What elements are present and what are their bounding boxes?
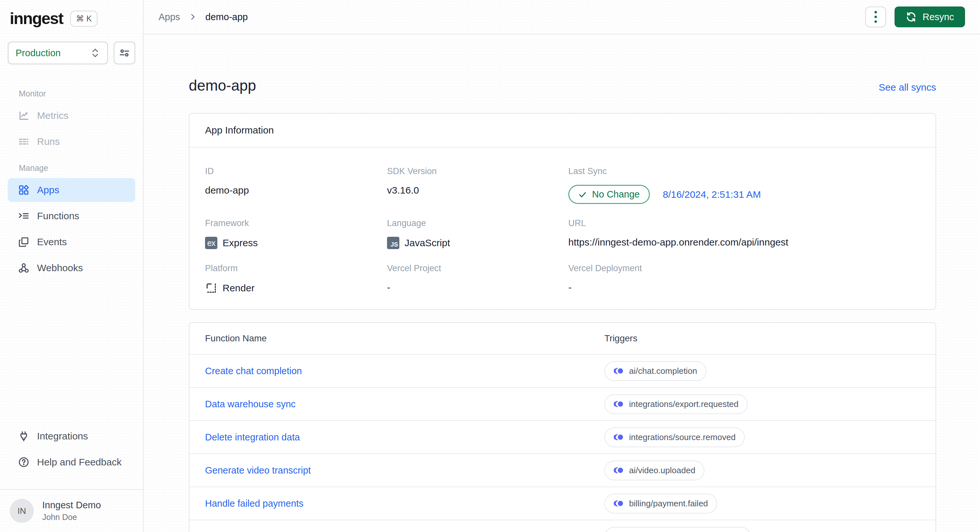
sidebar-footer: Integrations Help and Feedback bbox=[0, 424, 143, 481]
page-title: demo-app bbox=[189, 77, 256, 94]
sliders-icon bbox=[119, 48, 130, 59]
field-value: demo-app bbox=[205, 185, 387, 196]
field-language: Language JS JavaScript bbox=[387, 218, 568, 249]
resync-label: Resync bbox=[923, 12, 954, 22]
trigger-pill[interactable]: billing/payment.failed bbox=[605, 494, 717, 513]
sidebar-item-label: Help and Feedback bbox=[37, 457, 121, 468]
trigger-label: integrations/export.requested bbox=[629, 399, 738, 409]
function-link[interactable]: Create chat completion bbox=[205, 366, 605, 376]
breadcrumb-current: demo-app bbox=[205, 12, 248, 22]
no-change-badge: No Change bbox=[568, 185, 650, 204]
environment-selector-value: Production bbox=[16, 48, 61, 59]
chevron-right-icon bbox=[188, 13, 197, 21]
trigger-label: billing/payment.failed bbox=[629, 499, 708, 509]
trigger-label: ai/video.uploaded bbox=[629, 465, 695, 475]
inngest-logo: inngest bbox=[10, 9, 63, 28]
field-value: - bbox=[387, 282, 568, 293]
field-last-sync: Last Sync No Change 8/16/2024, 2:51:31 A… bbox=[568, 166, 920, 204]
field-vercel-project: Vercel Project - bbox=[387, 264, 568, 294]
field-url: URL https://inngest-demo-app.onrender.co… bbox=[568, 218, 920, 249]
field-id: ID demo-app bbox=[205, 166, 387, 204]
functions-table-card: Function Name Triggers Create chat compl… bbox=[189, 322, 936, 532]
table-row: Generate video transcript ai/video.uploa… bbox=[189, 453, 935, 486]
field-label: Last Sync bbox=[568, 166, 920, 176]
sidebar: inngest ⌘ K Production Monitor bbox=[0, 0, 144, 532]
trigger-pill[interactable]: ai/video.uploaded bbox=[605, 461, 705, 480]
javascript-icon: JS bbox=[387, 237, 399, 249]
sidebar-item-functions[interactable]: Functions bbox=[8, 204, 135, 228]
runs-list-icon bbox=[18, 136, 29, 147]
field-value: Render bbox=[223, 283, 255, 294]
trigger-pill[interactable]: ai/chat.completion bbox=[605, 361, 706, 381]
function-link[interactable]: Handle failed payments bbox=[205, 498, 605, 509]
table-row: Data warehouse sync integrations/export.… bbox=[189, 387, 935, 420]
app-information-card: App Information ID demo-app SDK Version … bbox=[189, 113, 936, 310]
main-column: Apps demo-app bbox=[144, 0, 980, 532]
sidebar-item-events[interactable]: Events bbox=[8, 230, 135, 254]
metrics-chart-icon bbox=[18, 110, 29, 121]
event-trigger-icon bbox=[614, 434, 624, 441]
table-row: Import data pipeline integrations/source… bbox=[189, 520, 935, 532]
event-trigger-icon bbox=[614, 400, 624, 408]
express-icon: ex bbox=[205, 237, 217, 249]
function-link[interactable]: Data warehouse sync bbox=[205, 399, 605, 410]
trigger-label: ai/chat.completion bbox=[629, 366, 697, 376]
environment-selector[interactable]: Production bbox=[8, 41, 108, 64]
environment-filter-button[interactable] bbox=[114, 41, 135, 64]
logo-row: inngest ⌘ K bbox=[0, 9, 143, 28]
field-label: Language bbox=[387, 218, 568, 228]
last-sync-time-link[interactable]: 8/16/2024, 2:51:31 AM bbox=[663, 189, 761, 200]
field-value: Express bbox=[223, 237, 258, 248]
check-icon bbox=[578, 190, 587, 199]
events-icon bbox=[18, 237, 29, 248]
apps-grid-icon bbox=[18, 184, 29, 195]
trigger-pill[interactable]: integrations/export.requested bbox=[605, 394, 748, 414]
section-manage-label: Manage bbox=[8, 164, 135, 173]
column-triggers: Triggers bbox=[605, 333, 920, 344]
functions-table-header: Function Name Triggers bbox=[189, 323, 935, 354]
field-value: JavaScript bbox=[404, 237, 450, 248]
field-sdk-version: SDK Version v3.16.0 bbox=[387, 166, 568, 204]
kebab-icon bbox=[874, 11, 877, 23]
user-menu[interactable]: IN Inngest Demo John Doe bbox=[0, 490, 143, 532]
sidebar-item-integrations[interactable]: Integrations bbox=[8, 424, 135, 448]
field-label: Framework bbox=[205, 218, 387, 228]
sidebar-item-apps[interactable]: Apps bbox=[8, 178, 135, 202]
trigger-pill[interactable]: integrations/source.removed bbox=[605, 427, 745, 447]
sidebar-item-runs[interactable]: Runs bbox=[8, 130, 135, 154]
field-label: ID bbox=[205, 166, 387, 176]
field-value: https://inngest-demo-app.onrender.com/ap… bbox=[568, 237, 920, 248]
app-information-title: App Information bbox=[189, 114, 935, 148]
field-label: Vercel Project bbox=[387, 264, 568, 273]
function-link[interactable]: Generate video transcript bbox=[205, 465, 605, 476]
sidebar-item-label: Functions bbox=[37, 210, 79, 221]
table-row: Create chat completion ai/chat.completio… bbox=[189, 354, 935, 387]
command-k-shortcut[interactable]: ⌘ K bbox=[70, 11, 98, 27]
webhooks-icon bbox=[18, 262, 29, 273]
sidebar-nav: Monitor Metrics Runs Manage bbox=[0, 79, 143, 282]
function-link[interactable]: Delete integration data bbox=[205, 432, 605, 443]
app-actions-menu-button[interactable] bbox=[865, 6, 886, 27]
field-value: - bbox=[568, 282, 920, 293]
sidebar-item-help[interactable]: Help and Feedback bbox=[8, 450, 135, 474]
topbar: Apps demo-app bbox=[144, 0, 980, 35]
table-row: Delete integration data integrations/sou… bbox=[189, 420, 935, 453]
table-row: Handle failed payments billing/payment.f… bbox=[189, 486, 935, 520]
sidebar-item-webhooks[interactable]: Webhooks bbox=[8, 256, 135, 280]
resync-button[interactable]: Resync bbox=[894, 6, 965, 27]
functions-icon bbox=[18, 210, 29, 221]
field-label: Platform bbox=[205, 264, 387, 273]
sidebar-item-label: Runs bbox=[37, 136, 60, 147]
sidebar-item-metrics[interactable]: Metrics bbox=[8, 103, 135, 128]
avatar: IN bbox=[10, 499, 34, 523]
field-platform: Platform Render bbox=[205, 264, 387, 294]
question-circle-icon bbox=[18, 457, 29, 468]
trigger-label: integrations/source.removed bbox=[629, 432, 736, 442]
see-all-syncs-link[interactable]: See all syncs bbox=[879, 82, 936, 93]
field-vercel-deployment: Vercel Deployment - bbox=[568, 264, 920, 294]
sidebar-item-label: Metrics bbox=[37, 110, 68, 121]
plug-icon bbox=[18, 431, 29, 442]
trigger-pill[interactable]: integrations/source.connected bbox=[605, 527, 751, 532]
breadcrumb-apps[interactable]: Apps bbox=[159, 12, 180, 22]
column-function-name: Function Name bbox=[205, 333, 605, 344]
